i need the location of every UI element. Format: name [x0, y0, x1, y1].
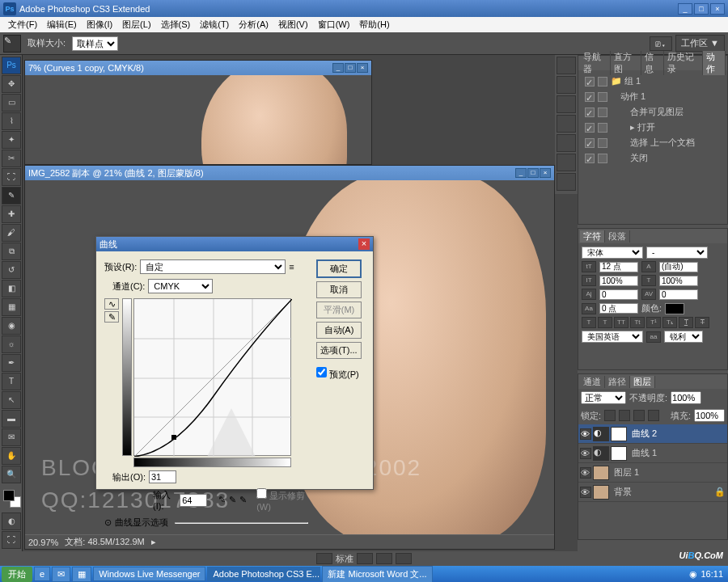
lock-trans-icon[interactable] — [604, 410, 616, 421]
caps-icon[interactable]: TT — [614, 317, 629, 328]
bb-icon-1[interactable] — [316, 553, 332, 564]
panel-tab-4[interactable] — [557, 115, 576, 133]
dodge-tool[interactable]: ☼ — [2, 335, 21, 353]
eye-icon[interactable]: 👁 — [580, 467, 591, 479]
task-word[interactable]: 新建 Microsoft Word 文... — [322, 566, 432, 583]
tab-channels[interactable]: 通道 — [580, 376, 605, 388]
blur-tool[interactable]: ◉ — [2, 317, 21, 335]
stamp-tool[interactable]: ⧉ — [2, 242, 21, 260]
bb-icon-2[interactable] — [357, 553, 373, 564]
channel-select[interactable]: CMYK — [148, 279, 213, 293]
baseline-input[interactable] — [599, 303, 638, 314]
task-ps[interactable]: Adobe Photoshop CS3 E... — [207, 567, 320, 581]
aa-select[interactable]: 锐利 — [664, 331, 703, 343]
workspace-button[interactable]: 工作区 ▼ — [675, 35, 725, 52]
doc2-min[interactable]: _ — [515, 168, 527, 178]
tab-paragraph[interactable]: 段落 — [605, 230, 630, 242]
panel-tab-1[interactable] — [557, 57, 576, 74]
doc1-close[interactable]: × — [357, 63, 368, 73]
dialog-icon[interactable] — [598, 123, 607, 133]
shape-tool[interactable]: ▬ — [2, 410, 21, 428]
preview-checkbox[interactable] — [316, 367, 327, 377]
move-tool[interactable]: ✥ — [2, 75, 21, 93]
lasso-tool[interactable]: ⌇ — [2, 112, 21, 130]
tab-info[interactable]: 信息 — [641, 51, 664, 75]
gradient-tool[interactable]: ▦ — [2, 298, 21, 316]
bb-icon-4[interactable] — [396, 553, 412, 564]
panel-tab-6[interactable] — [557, 154, 576, 171]
font-select[interactable]: 宋体 — [582, 247, 643, 259]
tab-histogram[interactable]: 直方图 — [611, 51, 641, 75]
dialog-icon[interactable] — [598, 108, 607, 117]
doc1-max[interactable]: □ — [345, 63, 356, 73]
auto-button[interactable]: 自动(A) — [316, 322, 362, 339]
style-select[interactable]: - — [646, 247, 708, 259]
check-icon[interactable]: ✓ — [585, 123, 595, 133]
doc2-zoom[interactable]: 20.97% — [28, 538, 58, 547]
doc1-min[interactable]: _ — [332, 63, 344, 73]
ok-button[interactable]: 确定 — [316, 259, 362, 278]
menu-select[interactable]: 选择(S) — [156, 19, 196, 31]
menu-view[interactable]: 视图(V) — [273, 19, 313, 31]
check-icon[interactable]: ✓ — [585, 77, 595, 86]
italic-icon[interactable]: T — [598, 317, 612, 328]
dialog-icon[interactable] — [598, 154, 607, 163]
type-tool[interactable]: T — [2, 373, 21, 390]
panel-tab-3[interactable] — [557, 95, 576, 113]
tray-icon[interactable]: ◉ — [689, 569, 697, 580]
curve-opts-arrow[interactable]: ⊙ — [104, 517, 112, 528]
lang-select[interactable]: 美国英语 — [582, 331, 643, 343]
fill-input[interactable] — [694, 409, 725, 422]
curve-draw-icon[interactable]: ∿ — [104, 298, 119, 310]
curve-opts-label[interactable]: 曲线显示选项 — [115, 517, 168, 529]
doc2-titlebar[interactable]: IMG_2582 副本 @ 21% (曲线 2, 图层蒙版/8) _□× — [25, 166, 554, 180]
menu-edit[interactable]: 编辑(E) — [42, 19, 82, 31]
super-icon[interactable]: T¹ — [646, 317, 661, 328]
close-button[interactable]: × — [710, 3, 725, 15]
brush-tool[interactable]: 🖌 — [2, 224, 21, 242]
panel-tab-7[interactable] — [557, 173, 576, 191]
curves-titlebar[interactable]: 曲线 × — [96, 237, 373, 251]
action-item[interactable]: ✓动作 1 — [582, 89, 724, 104]
menu-filter[interactable]: 滤镜(T) — [195, 19, 234, 31]
options-button[interactable]: 选项(T)... — [316, 342, 362, 359]
lock-paint-icon[interactable] — [619, 410, 630, 421]
size-input[interactable] — [599, 262, 638, 272]
doc2-max[interactable]: □ — [527, 168, 539, 178]
input-input[interactable] — [180, 494, 207, 507]
vscale-input[interactable] — [599, 276, 638, 286]
white-picker-icon[interactable]: ✎ — [239, 495, 247, 505]
panel-tab-5[interactable] — [557, 134, 576, 152]
output-input[interactable] — [149, 470, 176, 483]
check-icon[interactable]: ✓ — [585, 154, 595, 163]
panel-tab-2[interactable] — [557, 76, 576, 94]
blend-select[interactable]: 正常 — [581, 391, 626, 404]
curves-close-button[interactable]: × — [358, 238, 370, 250]
crop-tool[interactable]: ✂ — [2, 150, 21, 167]
under-icon[interactable]: T̲ — [679, 317, 693, 328]
maximize-button[interactable]: □ — [694, 3, 709, 15]
marquee-tool[interactable]: ▭ — [2, 94, 21, 112]
tab-layers[interactable]: 图层 — [630, 376, 655, 388]
hand-tool[interactable]: ✋ — [2, 447, 21, 465]
sub-icon[interactable]: T₁ — [662, 317, 677, 328]
eraser-tool[interactable]: ◧ — [2, 280, 21, 297]
doc1-canvas[interactable] — [25, 75, 371, 164]
path-tool[interactable]: ↖ — [2, 391, 21, 409]
check-icon[interactable]: ✓ — [585, 108, 595, 117]
lock-move-icon[interactable] — [633, 410, 645, 421]
tab-history[interactable]: 历史记录 — [664, 51, 703, 75]
menu-analysis[interactable]: 分析(A) — [234, 19, 273, 31]
leading-input[interactable] — [659, 262, 698, 272]
doc2-close[interactable]: × — [540, 168, 551, 178]
quickmask-toggle[interactable]: ◐ — [2, 512, 21, 530]
action-item[interactable]: ✓📁 组 1 — [582, 74, 724, 89]
gray-picker-icon[interactable]: ✎ — [229, 495, 236, 505]
doc1-titlebar[interactable]: 7% (Curves 1 copy, CMYK/8) _□× — [25, 61, 371, 75]
pencil-draw-icon[interactable]: ✎ — [104, 311, 119, 323]
screenmode-toggle[interactable]: ⛶ — [2, 531, 21, 549]
cancel-button[interactable]: 取消 — [316, 281, 362, 298]
preset-menu-icon[interactable]: ≡ — [289, 262, 294, 272]
show-clip-checkbox[interactable] — [256, 488, 267, 499]
eye-icon[interactable]: 👁 — [580, 428, 591, 440]
